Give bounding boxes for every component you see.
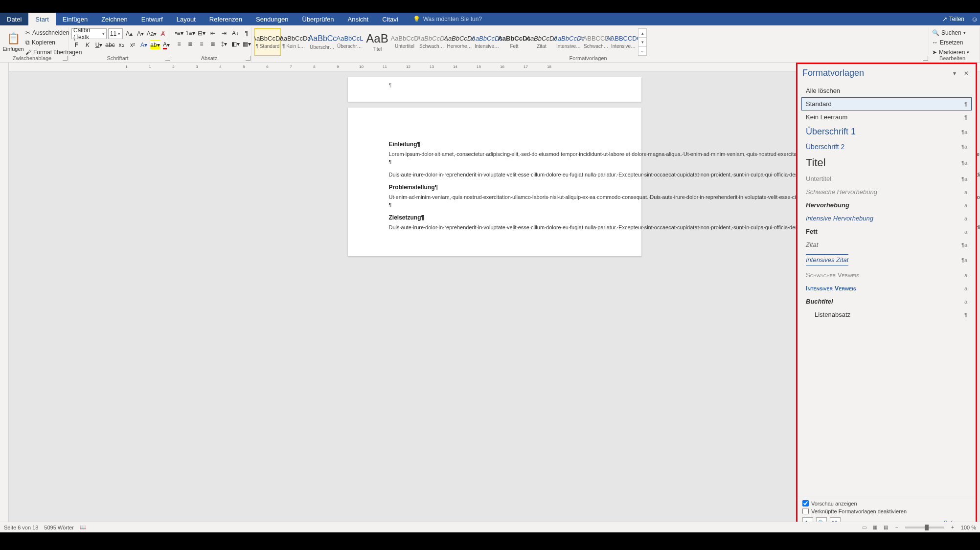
- underline-button[interactable]: U▾: [94, 40, 104, 50]
- style-gallery-item[interactable]: AaBbCcDc¶ Kein Lee…: [282, 28, 308, 56]
- style-gallery-item[interactable]: AaBbCcDcZitat: [528, 28, 555, 56]
- zoom-out-button[interactable]: −: [892, 524, 902, 531]
- vertical-ruler[interactable]: [0, 63, 9, 532]
- justify-button[interactable]: ≣: [208, 39, 218, 49]
- numbering-button[interactable]: 1≡▾: [185, 28, 195, 38]
- paragraph[interactable]: Duis·aute·irure·dolor·in·reprehenderit·i…: [389, 171, 600, 179]
- zoom-slider[interactable]: [905, 527, 944, 528]
- feedback-icon[interactable]: ☺: [969, 13, 980, 25]
- tab-datei[interactable]: Datei: [0, 13, 28, 25]
- tab-überprüfen[interactable]: Überprüfen: [296, 13, 341, 25]
- view-web-button[interactable]: ▤: [881, 524, 891, 531]
- heading-einleitung[interactable]: Einleitung¶: [389, 141, 600, 148]
- style-gallery-item[interactable]: AaBbCcDcIntensive…: [474, 28, 500, 56]
- font-launcher[interactable]: [165, 56, 170, 61]
- superscript-button[interactable]: x²: [128, 40, 137, 50]
- paragraph-launcher[interactable]: [246, 56, 251, 61]
- subscript-button[interactable]: x₂: [116, 40, 126, 50]
- proofing-icon[interactable]: 📖: [80, 524, 87, 530]
- style-gallery-item[interactable]: AaBbCcDcFett: [501, 28, 527, 56]
- clipboard-launcher[interactable]: [63, 56, 68, 61]
- borders-button[interactable]: ▦▾: [242, 39, 251, 49]
- paragraph[interactable]: Duis·aute·irure·dolor·in·reprehenderit·i…: [389, 224, 600, 232]
- style-gallery-item[interactable]: AaBbCcDUntertitel: [391, 28, 418, 56]
- share-button[interactable]: ↗ Teilen: [937, 13, 969, 25]
- tell-me[interactable]: 💡 Was möchten Sie tun?: [405, 13, 486, 25]
- font-name-combo[interactable]: Calibri (Textk▾: [71, 28, 107, 39]
- style-list-item[interactable]: Standard¶: [801, 97, 972, 110]
- view-print-button[interactable]: ▦: [870, 524, 880, 531]
- tab-einfügen[interactable]: Einfügen: [56, 13, 94, 25]
- tab-layout[interactable]: Layout: [170, 13, 203, 25]
- line-spacing-button[interactable]: ‡▾: [219, 39, 229, 49]
- italic-button[interactable]: K: [83, 40, 92, 50]
- style-list-item[interactable]: Titel¶a: [801, 154, 972, 172]
- tab-referenzen[interactable]: Referenzen: [203, 13, 249, 25]
- style-gallery-item[interactable]: AaBbCcDc¶ Standard: [254, 28, 281, 56]
- style-list-item[interactable]: Fetta: [801, 225, 972, 238]
- tab-zeichnen[interactable]: Zeichnen: [94, 13, 134, 25]
- view-read-button[interactable]: ▭: [860, 524, 869, 531]
- style-gallery-item[interactable]: AaBbCcDcHervorhe…: [446, 28, 473, 56]
- page-indicator[interactable]: Seite 6 von 18: [4, 525, 38, 530]
- outdent-button[interactable]: ⇤: [208, 28, 218, 38]
- align-right-button[interactable]: ≡: [197, 39, 206, 49]
- clear-format-button[interactable]: A̸: [158, 29, 168, 39]
- change-case-button[interactable]: Aa▾: [147, 29, 157, 39]
- style-gallery-item[interactable]: AABBCCDCIntensiver…: [611, 28, 637, 56]
- tab-start[interactable]: Start: [28, 13, 55, 25]
- grow-font-button[interactable]: A▴: [124, 29, 134, 39]
- style-list-item[interactable]: Überschrift 1¶a: [801, 124, 972, 140]
- replace-button[interactable]: ↔Ersetzen: [932, 38, 976, 47]
- style-gallery-item[interactable]: AaBbCcLÜberschrif…: [337, 28, 363, 56]
- style-list-item[interactable]: Intensive Hervorhebunga: [801, 212, 972, 225]
- paragraph[interactable]: Lorem·ipsum·dolor·sit·amet,·consectetur·…: [389, 151, 600, 166]
- strike-button[interactable]: abc: [105, 40, 115, 50]
- style-gallery-item[interactable]: AaBbCcDcSchwache…: [419, 28, 445, 56]
- paragraph[interactable]: Ut·enim·ad·minim·veniam,·quis·nostrud·ex…: [389, 194, 600, 209]
- style-list-item[interactable]: Hervorhebunga: [801, 198, 972, 212]
- style-list-item[interactable]: Buchtitela: [801, 295, 972, 308]
- paste-button[interactable]: 📋 Einfügen: [3, 28, 23, 56]
- show-marks-button[interactable]: ¶: [242, 28, 251, 38]
- word-count[interactable]: 5095 Wörter: [44, 525, 74, 530]
- style-list-item[interactable]: Listenabsatz¶: [801, 308, 972, 321]
- style-list-item[interactable]: Untertitel¶a: [801, 172, 972, 185]
- tab-sendungen[interactable]: Sendungen: [249, 13, 296, 25]
- show-preview-checkbox[interactable]: Vorschau anzeigen: [802, 500, 971, 506]
- style-list-item[interactable]: Zitat¶a: [801, 238, 972, 251]
- style-list-item[interactable]: Schwache Hervorhebunga: [801, 185, 972, 198]
- style-list-item[interactable]: Intensiver Verweisa: [801, 282, 972, 295]
- style-list-item[interactable]: Schwacher Verweisa: [801, 268, 972, 282]
- style-gallery-item[interactable]: AaBbCcDcIntensives…: [556, 28, 582, 56]
- align-center-button[interactable]: ≣: [185, 39, 195, 49]
- bold-button[interactable]: F: [71, 40, 81, 50]
- tab-citavi[interactable]: Citavi: [375, 13, 405, 25]
- heading-problemstellung[interactable]: Problemstellung¶: [389, 184, 600, 191]
- zoom-in-button[interactable]: +: [948, 524, 957, 531]
- heading-zielsetzung[interactable]: Zielsetzung¶: [389, 214, 600, 221]
- style-gallery-item[interactable]: AaBTitel: [364, 28, 390, 56]
- tab-entwurf[interactable]: Entwurf: [135, 13, 170, 25]
- clear-all-styles[interactable]: Alle löschen: [801, 84, 972, 97]
- disable-linked-checkbox[interactable]: Verknüpfte Formatvorlagen deaktivieren: [802, 508, 971, 514]
- align-left-button[interactable]: ≡: [174, 39, 184, 49]
- pane-dropdown[interactable]: ▾: [950, 69, 959, 78]
- tab-ansicht[interactable]: Ansicht: [341, 13, 376, 25]
- pane-close[interactable]: ✕: [962, 69, 971, 78]
- style-list-item[interactable]: Überschrift 2¶a: [801, 140, 972, 154]
- styles-launcher[interactable]: [923, 56, 928, 61]
- shading-button[interactable]: ◧▾: [230, 39, 240, 49]
- text-effects-button[interactable]: A▾: [139, 40, 149, 50]
- style-gallery-item[interactable]: AABBCCDCSchwache…: [583, 28, 610, 56]
- shrink-font-button[interactable]: A▾: [136, 29, 145, 39]
- multilevel-button[interactable]: ⊟▾: [197, 28, 206, 38]
- style-list-item[interactable]: Intensives Zitat¶a: [801, 251, 972, 268]
- find-button[interactable]: 🔍Suchen▾: [932, 28, 976, 37]
- style-gallery-item[interactable]: AaBbCcÜberschrif…: [309, 28, 336, 56]
- font-color-button[interactable]: A▾: [161, 40, 171, 50]
- font-size-combo[interactable]: 11▾: [108, 28, 123, 39]
- sort-button[interactable]: A↓: [230, 28, 240, 38]
- highlight-button[interactable]: ab▾: [150, 40, 160, 50]
- indent-button[interactable]: ⇥: [219, 28, 229, 38]
